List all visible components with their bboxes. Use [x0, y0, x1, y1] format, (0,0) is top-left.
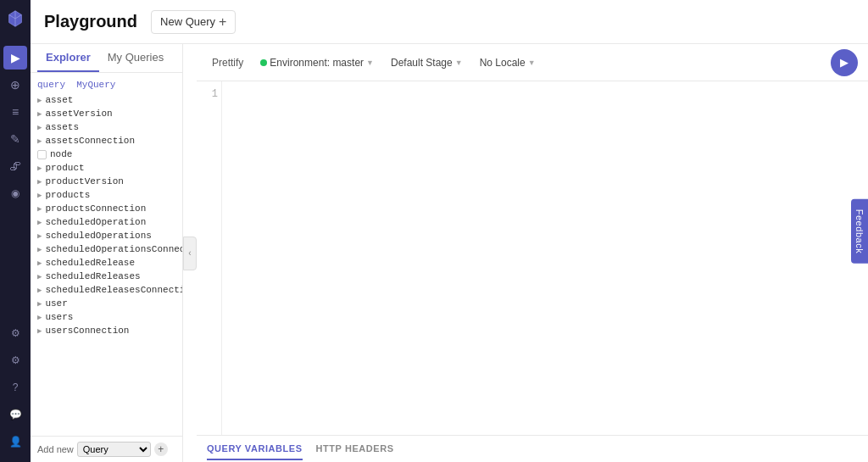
- tree-item[interactable]: ▶users: [31, 310, 182, 324]
- tree-item[interactable]: ▶scheduledReleasesConnection: [31, 283, 182, 297]
- tree-item[interactable]: ▶assetsConnection: [31, 134, 182, 148]
- bottom-tabs: QUERY VARIABLES HTTP HEADERS: [197, 435, 868, 462]
- environment-selector[interactable]: Environment: master ▼: [255, 54, 379, 71]
- tree-items: ▶asset▶assetVersion▶assets▶assetsConnect…: [31, 93, 182, 337]
- tree-arrow-icon: ▶: [37, 313, 42, 322]
- tree-item[interactable]: ▶productsConnection: [31, 202, 182, 215]
- tree-item[interactable]: ▶scheduledOperationsConnection: [31, 242, 182, 256]
- sidebar-item-webhooks[interactable]: ⚙: [3, 321, 27, 345]
- prettify-button[interactable]: Prettify: [207, 54, 248, 71]
- tree-arrow-icon: ▶: [37, 272, 42, 281]
- plus-icon: +: [219, 14, 226, 30]
- tree-item-label: node: [50, 149, 72, 159]
- add-new-row: Add new QueryMutationSubscription +: [31, 436, 182, 462]
- tab-query-variables[interactable]: QUERY VARIABLES: [207, 438, 303, 460]
- page-title: Playground: [44, 12, 137, 31]
- sidebar-item-playground[interactable]: ▶: [3, 46, 27, 70]
- header: Playground New Query +: [31, 0, 868, 44]
- collapse-icon: ‹: [188, 248, 191, 258]
- sidebar-item-team[interactable]: ⊕: [3, 73, 27, 97]
- tree-item[interactable]: ▶scheduledReleases: [31, 270, 182, 283]
- collapse-panel-button[interactable]: ‹: [183, 237, 197, 270]
- tree-arrow-icon: ▶: [37, 245, 42, 254]
- tab-bar: Explorer My Queries: [31, 44, 182, 73]
- tree-arrow-icon: ▶: [37, 204, 42, 214]
- tree-item[interactable]: ▶scheduledOperations: [31, 229, 182, 242]
- tab-my-queries[interactable]: My Queries: [99, 44, 172, 72]
- help-icon: ?: [13, 381, 19, 393]
- tree-item[interactable]: ▶products: [31, 188, 182, 202]
- sidebar-item-user[interactable]: 👤: [3, 430, 27, 454]
- query-keyword: query: [37, 80, 65, 90]
- editor-content[interactable]: [222, 81, 868, 435]
- sidebar-item-settings[interactable]: ⚙: [3, 348, 27, 372]
- logo[interactable]: [3, 7, 27, 31]
- tree-item[interactable]: ▶productVersion: [31, 175, 182, 188]
- tree-item[interactable]: ▶assets: [31, 120, 182, 134]
- default-stage-selector[interactable]: Default Stage ▼: [386, 54, 468, 71]
- tree-item-label: assetsConnection: [45, 136, 135, 146]
- env-chevron-icon: ▼: [366, 58, 374, 67]
- feedback-tab[interactable]: Feedback: [851, 198, 868, 264]
- tree-item-label: productVersion: [45, 176, 123, 186]
- edit-icon: ✎: [10, 132, 20, 146]
- locale-chevron-icon: ▼: [528, 58, 536, 67]
- webhooks-icon: ⚙: [11, 327, 20, 339]
- tree-item-label: scheduledOperations: [45, 231, 151, 241]
- run-query-button[interactable]: ▶: [831, 49, 858, 76]
- api-icon: ◉: [11, 187, 19, 199]
- tree-arrow-icon: ▶: [37, 259, 42, 268]
- tree-arrow-icon: ▶: [37, 177, 42, 186]
- sidebar-item-api[interactable]: ◉: [3, 181, 27, 205]
- tree-arrow-icon: ▶: [37, 299, 42, 309]
- add-new-select[interactable]: QueryMutationSubscription: [77, 442, 151, 457]
- assets-icon: 🖇: [9, 159, 21, 173]
- left-panel: Explorer My Queries query MyQuery ▶asset…: [31, 44, 183, 462]
- tree-item[interactable]: ▶asset: [31, 93, 182, 107]
- playground-icon: ▶: [11, 51, 20, 64]
- tree-item-label: scheduledOperation: [45, 217, 146, 227]
- tree-item-label: scheduledReleasesConnection: [45, 285, 182, 295]
- tree-item[interactable]: ▶user: [31, 297, 182, 310]
- tree-item-label: asset: [45, 95, 73, 105]
- env-status-dot: [260, 59, 267, 66]
- tree-arrow-icon: ▶: [37, 191, 42, 200]
- line-numbers: 1: [197, 81, 222, 435]
- new-query-label: New Query: [160, 15, 215, 28]
- environment-label: Environment: master: [270, 57, 364, 69]
- sidebar-item-content[interactable]: ≡: [3, 100, 27, 124]
- tree-item-label: productsConnection: [45, 203, 146, 214]
- tree-item[interactable]: ▶assetVersion: [31, 107, 182, 120]
- tree-item-label: assetVersion: [45, 109, 112, 119]
- add-new-label: Add new: [37, 444, 74, 454]
- sidebar-item-assets[interactable]: 🖇: [3, 154, 27, 178]
- sidebar-item-help[interactable]: ?: [3, 376, 27, 399]
- tree-arrow-icon: ▶: [37, 231, 42, 241]
- tree-checkbox[interactable]: [37, 150, 47, 159]
- tab-http-headers[interactable]: HTTP HEADERS: [316, 438, 394, 460]
- run-icon: ▶: [840, 56, 849, 69]
- query-name: MyQuery: [76, 80, 115, 90]
- tab-explorer[interactable]: Explorer: [37, 44, 99, 72]
- editor-toolbar: Prettify Environment: master ▼ Default S…: [197, 44, 868, 81]
- tree-item[interactable]: ▶usersConnection: [31, 324, 182, 337]
- no-locale-selector[interactable]: No Locale ▼: [475, 54, 541, 71]
- tree-arrow-icon: ▶: [37, 136, 42, 146]
- content-row: Explorer My Queries query MyQuery ▶asset…: [31, 44, 868, 462]
- tree-item[interactable]: ▶scheduledRelease: [31, 256, 182, 270]
- content-icon: ≡: [12, 105, 19, 119]
- sidebar-item-chat[interactable]: 💬: [3, 403, 27, 426]
- tree-arrow-icon: ▶: [37, 109, 42, 119]
- tree-item[interactable]: ▶product: [31, 161, 182, 175]
- new-query-button[interactable]: New Query +: [151, 10, 236, 34]
- tree-item-label: usersConnection: [45, 326, 129, 336]
- add-button[interactable]: +: [154, 443, 168, 456]
- tree-item[interactable]: node: [31, 148, 182, 161]
- tree-item-label: product: [45, 163, 84, 173]
- tree-item[interactable]: ▶scheduledOperation: [31, 215, 182, 229]
- editor-area: Prettify Environment: master ▼ Default S…: [197, 44, 868, 462]
- sidebar-item-edit[interactable]: ✎: [3, 127, 27, 151]
- query-label: query MyQuery: [31, 76, 182, 93]
- user-icon: 👤: [9, 436, 22, 448]
- default-stage-label: Default Stage: [391, 57, 453, 69]
